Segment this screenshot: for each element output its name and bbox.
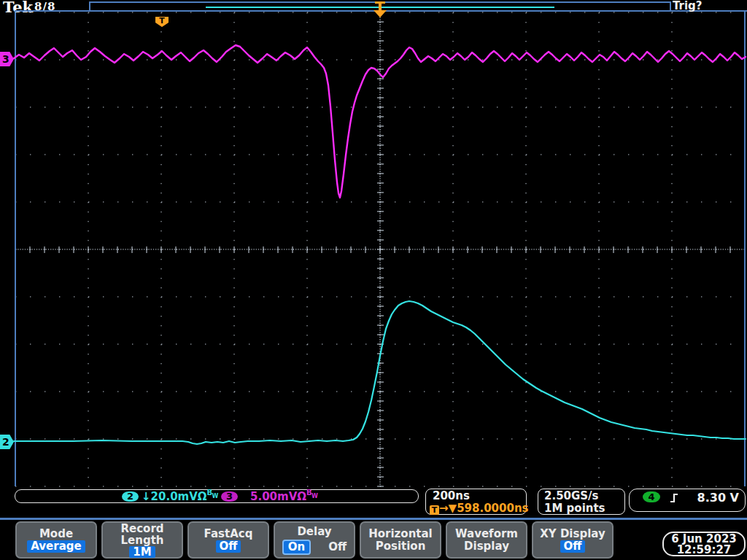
channel-readouts-box[interactable]: 2 ↓20.0mVΩBW 3 5.00mVΩBW (15, 489, 419, 503)
sample-rate-readout: 2.50GS/s (544, 489, 599, 502)
menu-separator-line (0, 518, 747, 520)
fastacq-title: FastAcq (204, 528, 253, 540)
menu-button-xy-display[interactable]: XY Display Off (532, 521, 614, 559)
ch2-badge[interactable]: 2 (122, 491, 139, 502)
tek-logo: Tek (3, 0, 33, 16)
fastacq-value: Off (216, 540, 241, 553)
menu-button-delay[interactable]: Delay On Off (274, 521, 355, 559)
bandwidth-limit-icon: BW (207, 490, 217, 500)
trigger-status-label: Trig? (673, 0, 703, 12)
ch2-offset-arrow-icon: ↓ (142, 490, 151, 503)
xy-value: Off (560, 540, 586, 553)
record-length-title-2: Length (121, 534, 164, 546)
rising-edge-icon (669, 493, 682, 503)
waveform-title-2: Display (464, 540, 509, 553)
right-arrow-icon: → (439, 502, 449, 515)
waveform-title-1: Waveform (455, 528, 518, 540)
menu-button-waveform-display[interactable]: Waveform Display (446, 521, 527, 559)
mode-value: Average (27, 540, 85, 553)
mode-title: Mode (39, 528, 73, 540)
expansion-point-marker-bar (375, 1, 385, 4)
trigger-readout-box[interactable]: 4 8.30 V (629, 489, 746, 512)
menu-button-horizontal-position[interactable]: Horizontal Position (360, 521, 441, 559)
ch3-scale-readout: 5.00mVΩBW (250, 490, 316, 503)
trigger-t-icon: T (430, 505, 439, 515)
menu-button-fastacq[interactable]: FastAcq Off (187, 521, 269, 559)
delay-off-option[interactable]: Off (328, 541, 347, 553)
acquisition-readout-box[interactable]: 2.50GS/s 1M points (538, 489, 625, 515)
delay-on-option[interactable]: On (282, 540, 311, 555)
ohm-symbol: Ω (198, 490, 207, 503)
trigger-delay-readout: T→▼598.0000ns (430, 502, 529, 515)
horizontal-readout-box[interactable]: 200ns T→▼598.0000ns (425, 489, 527, 515)
bandwidth-limit-icon: BW (306, 490, 316, 500)
timebase-readout: 200ns (433, 489, 470, 502)
xy-title: XY Display (540, 528, 605, 540)
ch4-badge[interactable]: 4 (643, 491, 660, 502)
horizontal-title-1: Horizontal (368, 528, 433, 540)
ch2-scale-readout: ↓20.0mVΩBW (142, 490, 217, 503)
record-length-readout: 1M points (544, 502, 605, 515)
expansion-point-arrow-icon (374, 10, 387, 18)
graticule (0, 0, 747, 560)
menu-button-mode[interactable]: Mode Average (15, 521, 97, 559)
ohm-symbol: Ω (297, 490, 306, 503)
delay-title: Delay (297, 526, 331, 538)
horizontal-title-2: Position (376, 540, 426, 553)
down-triangle-icon: ▼ (449, 502, 457, 515)
record-length-title-1: Record (120, 523, 163, 534)
trigger-level-readout: 8.30 V (688, 491, 739, 505)
clock-box: 6 Jun 2023 12:59:27 (662, 532, 746, 556)
time-label: 12:59:27 (664, 545, 744, 556)
ch3-badge[interactable]: 3 (221, 491, 238, 502)
ch3-trace (14, 45, 746, 198)
record-length-value: 1M (129, 546, 155, 558)
menu-button-record-length[interactable]: Record Length 1M (101, 521, 183, 559)
